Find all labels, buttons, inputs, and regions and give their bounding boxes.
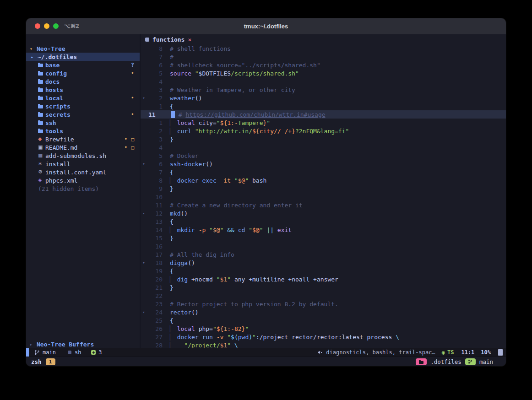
fold-icon[interactable]: ▾ bbox=[141, 310, 147, 314]
code-line[interactable]: 28▏ "/project/$1" \ bbox=[141, 341, 506, 348]
line-number: 8 bbox=[147, 45, 163, 52]
xml-icon: ◈ bbox=[38, 176, 45, 184]
code-line[interactable]: 7# bbox=[141, 53, 506, 61]
code-line[interactable]: 3# Weather in Tampere, or other city bbox=[141, 86, 506, 94]
code-line[interactable]: 1▏ local city="${1:-Tampere}" bbox=[141, 119, 506, 127]
code-line[interactable]: 7{ bbox=[141, 168, 506, 176]
code-line[interactable]: 6# shellcheck source="../scripts/shared.… bbox=[141, 61, 506, 69]
code-line[interactable]: 11# Create a new directory and enter it bbox=[141, 201, 506, 209]
tree-item-local[interactable]: local• bbox=[26, 94, 140, 102]
line-number: 20 bbox=[147, 276, 163, 283]
tree-item-install[interactable]: ∗install bbox=[26, 160, 140, 168]
code-line-current[interactable]: 11 # https://github.com/chubin/wttr.in#u… bbox=[141, 110, 506, 119]
code-line[interactable]: 8▏ docker exec -it "$@" bash bbox=[141, 176, 506, 184]
code-line[interactable]: ▾2weather() bbox=[141, 94, 506, 102]
fold-column bbox=[141, 302, 147, 306]
code-text: ssh-docker() bbox=[163, 161, 213, 168]
tree-item-tools[interactable]: tools bbox=[26, 127, 140, 135]
tab-functions[interactable]: functions × bbox=[145, 36, 191, 43]
code-line[interactable]: 17# All the dig info bbox=[141, 250, 506, 259]
tree-item-docs[interactable]: docs bbox=[26, 77, 140, 86]
tree-item-readme-md[interactable]: ▣README.md•□ bbox=[26, 143, 140, 151]
code-line[interactable]: 3} bbox=[141, 135, 506, 143]
titlebar[interactable]: ⌥⌘2 tmux:~/.dotfiles bbox=[26, 18, 506, 34]
line-number: 21 bbox=[147, 284, 163, 291]
lsp-clients-label: diagnosticls, bashls, trail-spac… bbox=[326, 349, 435, 356]
fold-column bbox=[141, 326, 147, 331]
line-number: 16 bbox=[147, 243, 163, 250]
neo-tree-buffers-section[interactable]: ▸ Neo-Tree Buffers bbox=[26, 340, 140, 348]
code-line[interactable]: 14▏ mkdir -p "$@" && cd "$@" || exit bbox=[141, 226, 506, 234]
code-line[interactable]: 21} bbox=[141, 283, 506, 292]
code-line[interactable]: 1{ bbox=[141, 102, 506, 110]
code-line[interactable]: 4 bbox=[141, 77, 506, 86]
code-text: # https://github.com/chubin/wttr.in#usag… bbox=[164, 111, 326, 118]
code-line[interactable]: 27▏ docker run -v "$(pwd)":/project rect… bbox=[141, 333, 506, 341]
tmux-right: .dotfiles main bbox=[416, 358, 506, 365]
fold-icon[interactable]: ▾ bbox=[141, 211, 147, 216]
code-area[interactable]: 8# shell functions 7# 6# shellcheck sour… bbox=[141, 44, 506, 348]
code-line[interactable]: 13{ bbox=[141, 217, 506, 226]
editor: functions × 8# shell functions 7# 6# she… bbox=[141, 34, 506, 348]
close-tab-icon[interactable]: × bbox=[188, 36, 191, 43]
git-badge bbox=[465, 358, 476, 365]
tree-root-dotfiles[interactable]: ▸ ~/.dotfiles bbox=[26, 53, 140, 61]
close-button[interactable] bbox=[35, 23, 40, 29]
code-line[interactable]: 10 bbox=[141, 193, 506, 201]
git-status-badge: • bbox=[131, 95, 140, 101]
tree-item-hosts[interactable]: hosts bbox=[26, 86, 140, 94]
tree-item-base[interactable]: base? bbox=[26, 61, 140, 69]
code-line[interactable]: 25{ bbox=[141, 316, 506, 324]
code-line[interactable]: 20▏ dig +nocmd "$1" any +multiline +noal… bbox=[141, 275, 506, 283]
git-branch-icon bbox=[468, 359, 472, 364]
fold-column bbox=[141, 178, 147, 183]
code-line[interactable]: 5# Docker bbox=[141, 151, 506, 160]
tree-item-phpcs-xml[interactable]: ◈phpcs.xml bbox=[26, 176, 140, 184]
code-line[interactable]: 16 bbox=[141, 242, 506, 250]
code-line[interactable]: ▾24rector() bbox=[141, 308, 506, 316]
code-line[interactable]: 22 bbox=[141, 292, 506, 300]
tree-item-ssh[interactable]: ssh bbox=[26, 119, 140, 127]
code-line[interactable]: 2▏ curl "http://wttr.in/${city// /+}?2nF… bbox=[141, 127, 506, 135]
fold-column bbox=[141, 87, 147, 92]
fold-icon[interactable]: ▾ bbox=[141, 96, 147, 100]
line-number: 2 bbox=[147, 95, 163, 102]
code-line[interactable]: 23# Rector project to php version 8.2 by… bbox=[141, 300, 506, 308]
folder-icon bbox=[38, 119, 45, 127]
git-status-badge: • bbox=[131, 70, 140, 76]
arrow-icon: ▸ bbox=[31, 54, 38, 59]
tree-item-label: Brewfile bbox=[45, 136, 74, 143]
fold-icon[interactable]: ▾ bbox=[141, 260, 147, 265]
tmux-window-badge[interactable]: 1 bbox=[46, 358, 55, 365]
neo-tree-header[interactable]: ▾ Neo-Tree bbox=[26, 44, 140, 53]
code-line[interactable]: 9} bbox=[141, 184, 506, 193]
code-line[interactable]: 26▏ local php="${1:-82}" bbox=[141, 324, 506, 333]
code-line[interactable]: 15} bbox=[141, 234, 506, 242]
code-line[interactable]: ▾6ssh-docker() bbox=[141, 160, 506, 168]
line-number: 2 bbox=[147, 128, 163, 135]
tree-item-add-submodules-sh[interactable]: ■add-submodules.sh bbox=[26, 151, 140, 160]
fold-column bbox=[141, 137, 147, 141]
neo-tree-sidebar: ▾ Neo-Tree ▸ ~/.dotfiles base?config•doc… bbox=[26, 34, 141, 348]
zoom-button[interactable] bbox=[53, 23, 59, 29]
code-line[interactable]: 19{ bbox=[141, 267, 506, 275]
code-line[interactable]: 4 bbox=[141, 143, 506, 151]
tree-item-label: secrets bbox=[45, 111, 71, 118]
tree-item-label: tools bbox=[45, 128, 63, 135]
tree-item-secrets[interactable]: secrets• bbox=[26, 110, 140, 119]
git-status-badge: • bbox=[124, 144, 131, 151]
code-line[interactable]: 8# shell functions bbox=[141, 44, 506, 53]
code-text: weather() bbox=[163, 95, 202, 102]
tree-item-scripts[interactable]: scripts bbox=[26, 102, 140, 110]
line-number: 23 bbox=[147, 301, 163, 308]
code-line[interactable]: 5source "$DOTFILES/scripts/shared.sh" bbox=[141, 69, 506, 77]
line-number: 7 bbox=[147, 169, 163, 176]
code-text: # Rector project to php version 8.2 by d… bbox=[163, 301, 338, 308]
minimize-button[interactable] bbox=[44, 23, 49, 29]
tree-item-brewfile[interactable]: ◆Brewfile•□ bbox=[26, 135, 140, 143]
code-line[interactable]: ▾12mkd() bbox=[141, 209, 506, 217]
tree-item-config[interactable]: config• bbox=[26, 69, 140, 77]
fold-icon[interactable]: ▾ bbox=[141, 162, 147, 166]
tree-item-install-conf-yaml[interactable]: ⚙install.conf.yaml bbox=[26, 168, 140, 176]
code-line[interactable]: ▾18digga() bbox=[141, 259, 506, 267]
